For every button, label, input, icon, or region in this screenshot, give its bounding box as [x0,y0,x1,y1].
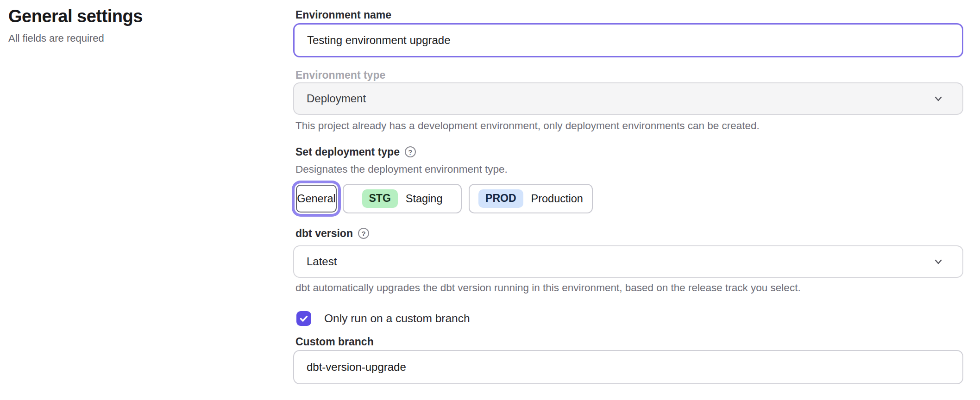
chevron-down-icon [932,256,944,268]
environment-type-label: Environment type [295,69,385,81]
deployment-type-general-label: General [297,193,336,205]
environment-name-label: Environment name [295,8,391,21]
deployment-type-staging-label: Staging [406,193,443,205]
deployment-type-staging-button[interactable]: STG Staging [343,184,462,213]
chevron-down-icon [932,93,944,105]
general-settings-page: General settings All fields are required… [0,0,980,400]
dbt-version-value: Latest [307,255,932,268]
dbt-version-helper: dbt automatically upgrades the dbt versi… [295,281,801,294]
production-badge: PROD [478,189,523,207]
help-icon[interactable]: ? [405,146,416,157]
custom-branch-checkbox-label[interactable]: Only run on a custom branch [324,312,470,325]
custom-branch-checkbox[interactable] [296,311,311,326]
check-icon [299,313,309,324]
deployment-type-general-button[interactable]: General [296,185,337,212]
help-icon[interactable]: ? [358,228,369,239]
environment-name-input[interactable] [293,23,963,57]
dbt-version-select[interactable]: Latest [293,245,963,278]
page-title: General settings [8,6,143,26]
deployment-type-label: Set deployment type ? [295,145,416,158]
environment-type-select: Deployment [293,82,963,115]
page-subtitle: All fields are required [8,32,104,44]
deployment-type-production-label: Production [531,193,583,205]
deployment-type-helper: Designates the deployment environment ty… [295,163,508,176]
custom-branch-input[interactable] [293,350,963,384]
environment-type-value: Deployment [307,92,932,105]
dbt-version-label: dbt version ? [295,227,369,240]
environment-type-helper: This project already has a development e… [295,119,760,132]
custom-branch-label: Custom branch [295,335,374,348]
deployment-type-production-button[interactable]: PROD Production [469,184,593,213]
staging-badge: STG [362,189,398,207]
